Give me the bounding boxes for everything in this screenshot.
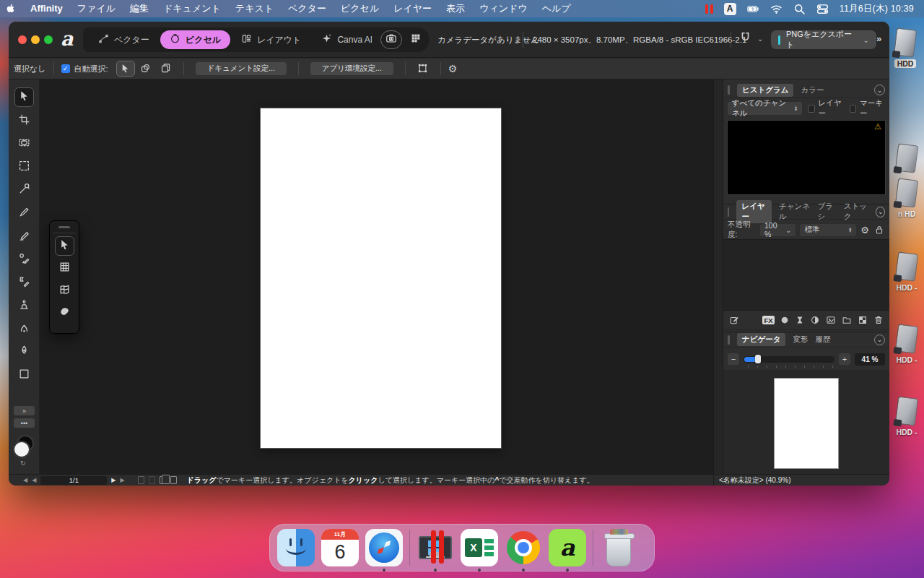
adjustment-half-circle-icon[interactable] — [810, 315, 820, 325]
prev-page-button[interactable]: ◀ — [32, 477, 36, 483]
desktop-drive-macintosh-hd[interactable]: n HD — [885, 179, 924, 218]
spotlight-search-icon[interactable] — [793, 3, 806, 15]
swap-colors-icon[interactable]: ↻ — [20, 460, 26, 467]
lock-icon[interactable] — [873, 224, 885, 236]
navigator-page-thumbnail[interactable] — [774, 378, 839, 469]
tab-transform[interactable]: 変形 — [793, 335, 808, 345]
burn-brush-tool[interactable] — [14, 273, 34, 293]
dock-finder[interactable] — [277, 529, 315, 566]
wifi-icon[interactable] — [770, 3, 783, 15]
move-tool[interactable] — [14, 87, 34, 107]
menu-item-affinity[interactable]: Affinity — [22, 0, 70, 17]
panel-collapse-button[interactable]: ⌄ — [874, 335, 885, 345]
flyout-perspective-tool[interactable] — [55, 281, 74, 301]
input-source-icon[interactable]: A — [724, 3, 736, 15]
adjustment-hourglass-icon[interactable] — [795, 315, 805, 325]
persona-pixel[interactable]: ピクセル — [160, 30, 230, 49]
panel-collapse-button[interactable]: ⌄ — [874, 85, 885, 95]
new-image-icon[interactable] — [826, 315, 836, 325]
export-png-button[interactable]: PNGをエクスポート ⌄ — [771, 30, 876, 49]
export-dropdown-chevron[interactable]: ⌄ — [863, 36, 869, 44]
layer-settings-gear-icon[interactable]: ⚙ — [860, 225, 869, 236]
menu-item-file[interactable]: ファイル — [70, 0, 123, 17]
page-indicator[interactable]: 1/1 — [40, 476, 107, 485]
menu-item-text[interactable]: テキスト — [228, 0, 281, 17]
auto-select-checkbox[interactable]: ✓ — [61, 64, 70, 73]
spread-view-icon[interactable] — [149, 476, 155, 484]
menu-item-window[interactable]: ウィンドウ — [472, 0, 535, 17]
zoom-window-button[interactable] — [44, 35, 53, 44]
apps-grid-button[interactable] — [410, 33, 422, 47]
layer-effects-button[interactable]: FX — [762, 316, 775, 324]
crop-tool[interactable] — [14, 111, 34, 131]
page-list-icon[interactable] — [170, 476, 177, 484]
paint-brush-tool[interactable] — [14, 204, 34, 223]
menu-item-pixel[interactable]: ピクセル — [334, 0, 386, 17]
delete-layer-trash-icon[interactable] — [873, 315, 884, 325]
menu-bar-clock[interactable]: 11月6日(木) 10:39 — [840, 3, 914, 15]
selection-brush-tool[interactable] — [14, 134, 34, 154]
marquee-tool[interactable] — [14, 158, 34, 177]
flyout-mesh-warp-tool[interactable] — [55, 259, 74, 278]
toolbar-overflow-button[interactable]: » — [876, 33, 881, 44]
zoom-slider-thumb[interactable] — [755, 355, 761, 363]
camera-auto-button[interactable] — [380, 30, 402, 49]
panel-grabber[interactable] — [728, 85, 730, 95]
menu-item-help[interactable]: ヘルプ — [535, 0, 578, 17]
zoom-out-button[interactable]: − — [728, 353, 739, 365]
dodge-brush-tool[interactable] — [14, 250, 34, 269]
auto-select-duplicate-button[interactable] — [157, 61, 175, 77]
next-page-button[interactable]: ▶ — [111, 477, 116, 483]
new-mask-checkerboard-icon[interactable] — [858, 315, 868, 325]
duplicate-page-icon[interactable] — [160, 476, 166, 484]
desktop-drive-3[interactable]: HDD - — [885, 253, 924, 292]
dock-safari[interactable] — [365, 529, 403, 566]
zoom-in-button[interactable]: + — [839, 353, 850, 365]
panel-grabber[interactable] — [728, 207, 729, 217]
snapping-magnet-icon[interactable] — [739, 31, 751, 46]
document-page[interactable] — [261, 108, 501, 448]
apple-menu-icon[interactable] — [0, 3, 22, 14]
app-preferences-button[interactable]: アプリ環境設定... — [310, 62, 393, 75]
tools-expand-button[interactable]: » — [14, 406, 35, 415]
mask-circle-icon[interactable] — [780, 315, 790, 325]
dock-chrome[interactable] — [505, 529, 542, 566]
snapping-dropdown-chevron[interactable]: ⌄ — [757, 35, 763, 43]
edit-layer-icon[interactable] — [729, 315, 739, 325]
marquee-checkbox[interactable] — [850, 105, 856, 113]
flyout-drag-handle[interactable] — [58, 226, 70, 228]
persona-vector[interactable]: ベクター — [89, 30, 159, 49]
first-page-button[interactable]: ◀ — [23, 477, 27, 483]
auto-select-group-button[interactable] — [136, 61, 155, 77]
layers-list[interactable] — [723, 239, 889, 311]
dock-excel[interactable]: X — [461, 529, 498, 566]
desktop-drive-5[interactable]: HDD - — [885, 397, 924, 436]
tab-histogram[interactable]: ヒストグラム — [737, 84, 793, 97]
settings-gear-icon[interactable]: ⚙ — [448, 63, 458, 74]
desktop-drive-4[interactable]: HDD - — [885, 325, 924, 364]
desktop-drive-2[interactable] — [885, 144, 924, 172]
tab-color[interactable]: カラー — [801, 85, 824, 95]
dock-calendar[interactable]: 11月 6 — [321, 529, 359, 566]
tab-navigator[interactable]: ナビゲータ — [737, 333, 785, 346]
recording-pause-icon[interactable] — [705, 4, 713, 14]
dock-remote-desktop[interactable] — [417, 529, 454, 566]
tab-stock[interactable]: ストック — [844, 202, 869, 222]
document-settings-button[interactable]: ドキュメント設定... — [196, 62, 287, 75]
dock-affinity[interactable]: a — [549, 529, 586, 566]
blemish-removal-tool[interactable] — [14, 181, 34, 200]
pixel-pencil-tool[interactable] — [14, 227, 34, 246]
shape-tool[interactable] — [14, 366, 34, 385]
menu-item-vector[interactable]: ベクター — [281, 0, 334, 17]
panel-grabber[interactable] — [728, 335, 730, 345]
color-selector[interactable]: ↻ — [13, 435, 36, 458]
menu-item-view[interactable]: 表示 — [439, 0, 472, 17]
primary-color-swatch[interactable] — [13, 441, 30, 458]
navigator-preview[interactable] — [723, 370, 889, 474]
menu-item-edit[interactable]: 編集 — [123, 0, 156, 17]
flyout-liquify-tool[interactable] — [55, 303, 74, 323]
menu-item-layer[interactable]: レイヤー — [386, 0, 439, 17]
minimize-window-button[interactable] — [31, 35, 40, 44]
layer-checkbox[interactable] — [808, 105, 814, 113]
control-center-icon[interactable] — [816, 3, 829, 15]
